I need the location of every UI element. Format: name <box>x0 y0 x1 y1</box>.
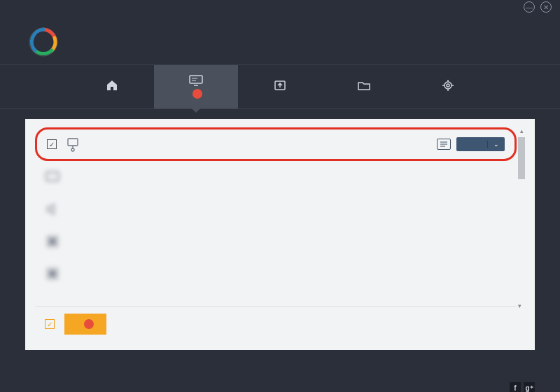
svg-point-6 <box>444 82 451 89</box>
svg-rect-12 <box>68 139 78 146</box>
minimize-button[interactable]: — <box>524 1 535 13</box>
nav-restore[interactable] <box>322 65 406 108</box>
svg-point-7 <box>447 84 449 87</box>
nav-settings[interactable] <box>406 65 490 108</box>
driver-row[interactable] <box>35 225 517 258</box>
svg-rect-22 <box>50 271 55 276</box>
download-install-button[interactable] <box>64 314 106 335</box>
svg-rect-1 <box>190 76 202 83</box>
svg-point-14 <box>71 148 74 151</box>
close-button[interactable]: ✕ <box>540 1 552 13</box>
svg-rect-18 <box>46 172 59 181</box>
svg-rect-20 <box>50 239 55 244</box>
nav-home[interactable] <box>70 65 154 108</box>
main-nav <box>0 64 560 109</box>
window-titlebar: — ✕ <box>0 0 560 14</box>
driver-row-highlighted[interactable]: ✓ ⌄ <box>35 127 517 161</box>
scroll-up-icon[interactable]: ▴ <box>518 127 525 134</box>
device-icon <box>45 266 60 281</box>
updates-badge <box>192 89 202 99</box>
driver-list: ✓ ⌄ <box>35 127 517 309</box>
nav-backup[interactable] <box>238 65 322 108</box>
update-dropdown-icon[interactable]: ⌄ <box>487 141 505 148</box>
device-icon <box>45 234 60 249</box>
display-icon <box>45 169 60 185</box>
scroll-thumb[interactable] <box>518 137 525 179</box>
backup-icon <box>273 80 287 91</box>
home-icon <box>105 80 119 91</box>
googleplus-icon[interactable]: g⁺ <box>524 382 535 392</box>
details-icon[interactable] <box>437 139 451 150</box>
facebook-icon[interactable]: f <box>510 382 521 392</box>
checkbox[interactable]: ✓ <box>47 139 57 149</box>
scroll-down-icon[interactable]: ▾ <box>518 302 522 309</box>
driver-row[interactable] <box>35 161 517 193</box>
scrollbar[interactable]: ▴ ▾ <box>518 127 525 309</box>
download-badge <box>84 319 94 329</box>
app-header <box>0 14 560 64</box>
audio-icon <box>45 202 60 217</box>
app-logo-icon <box>28 27 59 57</box>
folder-icon <box>357 80 371 91</box>
action-footer: ✓ <box>35 306 517 342</box>
driver-row[interactable] <box>35 193 517 225</box>
update-button[interactable]: ⌄ <box>456 137 505 151</box>
network-icon <box>65 136 80 152</box>
driver-row[interactable] <box>35 258 517 290</box>
nav-driver-updates[interactable] <box>154 65 238 108</box>
content-panel: ✓ ⌄ <box>25 119 535 350</box>
select-all-checkbox[interactable]: ✓ <box>45 319 55 329</box>
monitor-icon <box>189 75 203 86</box>
gear-icon <box>441 80 455 91</box>
